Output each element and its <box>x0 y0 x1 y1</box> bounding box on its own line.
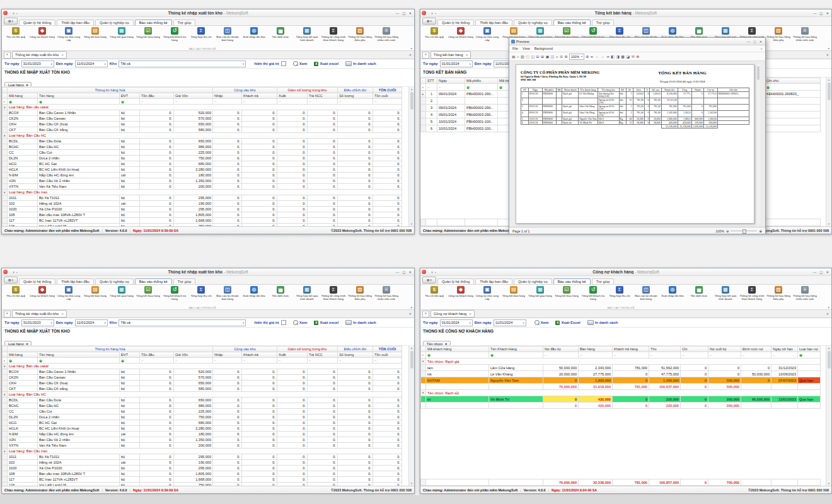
cell[interactable]: 0. <box>242 420 277 426</box>
title-bar[interactable]: ◌ ▾ ▪ Tổng kết bán hàng - MekongSoft —▢✕ <box>420 9 831 17</box>
cell[interactable]: 0 <box>543 396 579 403</box>
cell[interactable]: 650,000 <box>174 381 213 386</box>
cell[interactable]: 0. <box>373 471 402 477</box>
cell[interactable]: 0. <box>140 212 174 218</box>
table-row[interactable]: HCLKBC HC Liền Khối (in Hoa)bộ0.2,280,00… <box>3 426 402 432</box>
zoom-out-icon[interactable]: ⊖ <box>726 229 729 233</box>
cell[interactable]: 0. <box>338 477 373 483</box>
cell[interactable]: 680,000 <box>174 420 213 426</box>
cell[interactable]: 0. <box>373 420 402 426</box>
close-all-tabs-button[interactable]: ✕ <box>4 311 11 318</box>
cell[interactable]: Bàn Cầu Dola <box>38 139 120 144</box>
cell[interactable]: 0. <box>213 420 242 426</box>
cell[interactable]: 200,000 <box>174 184 213 190</box>
cell[interactable]: 0. <box>338 110 373 116</box>
cell[interactable]: 0. <box>373 426 402 432</box>
cell[interactable]: 0. <box>373 437 402 443</box>
cell[interactable]: 0. <box>308 369 338 375</box>
cell[interactable]: 0. <box>308 173 338 178</box>
export-excel-button[interactable]: XXuất Excel <box>555 321 580 325</box>
row-marker[interactable] <box>421 365 426 371</box>
cell[interactable]: bộ <box>120 156 140 161</box>
minimize-button[interactable]: — <box>813 11 817 15</box>
row-marker[interactable] <box>3 375 8 381</box>
expander-icon[interactable]: ▾ <box>3 364 8 369</box>
cell[interactable]: CKH <box>8 381 38 386</box>
from-date-input[interactable]: 01/01/2024▾ <box>440 60 473 67</box>
cell[interactable]: Lâm Cửa Hàng <box>489 365 543 371</box>
cell[interactable]: DoLa 2 nhấn <box>38 156 120 161</box>
cell[interactable]: 47,775,000 <box>649 371 681 377</box>
cell[interactable]: 0. <box>140 398 174 403</box>
cell[interactable]: 0. <box>140 161 174 167</box>
filter-add-icon[interactable]: ⊕ <box>120 358 140 364</box>
row-marker[interactable] <box>3 437 8 443</box>
cell[interactable]: 0. <box>140 471 174 477</box>
cell[interactable]: 0. <box>338 178 373 184</box>
row-marker[interactable] <box>3 420 8 426</box>
table-row[interactable]: BCHCBàn Cầu HCbộ0.980,0000.0.0.0.0.0. <box>3 403 402 409</box>
cell[interactable]: 0. <box>338 483 373 486</box>
cell[interactable]: Bàn cầu inax 108VA-L280V T <box>38 471 120 477</box>
cell[interactable]: 0 <box>543 377 579 384</box>
cell[interactable]: 4 <box>426 112 437 118</box>
cell[interactable]: 0 <box>681 403 708 409</box>
cell[interactable]: 420,000 <box>579 403 613 409</box>
cell[interactable]: 0. <box>242 201 277 207</box>
cell[interactable]: 102 <box>8 460 38 466</box>
ribbon-item[interactable]: ☑Tổng kết mua hàng <box>135 27 161 42</box>
row-marker[interactable] <box>3 156 8 161</box>
cell[interactable]: 0. <box>242 116 277 122</box>
cell[interactable]: lam <box>426 365 489 371</box>
cell[interactable]: 102 <box>8 201 38 207</box>
cell[interactable]: 781,000 <box>613 384 649 390</box>
cell[interactable] <box>798 365 821 371</box>
ribbon-item[interactable]: ▅Tồn định mức <box>267 27 294 42</box>
cell[interactable]: 0. <box>213 415 242 420</box>
cell[interactable]: 0. <box>213 201 242 207</box>
cell[interactable]: 66,000,000 <box>741 396 771 403</box>
cell[interactable]: 220,000 <box>649 403 681 409</box>
cell[interactable]: 0. <box>140 178 174 184</box>
row-marker[interactable] <box>421 219 426 226</box>
cell[interactable]: 0. <box>140 207 174 212</box>
cell[interactable]: cái <box>120 460 140 466</box>
cell[interactable]: 0 <box>681 365 708 371</box>
cell[interactable]: 0. <box>213 369 242 375</box>
cell[interactable]: 51,562,000 <box>649 365 681 371</box>
cell[interactable]: 0. <box>140 116 174 122</box>
cell[interactable]: 0. <box>213 466 242 471</box>
filter-cell[interactable]: – <box>579 352 613 358</box>
menu-overflow-icon[interactable]: ▾ <box>761 47 762 50</box>
cell[interactable]: 0. <box>140 218 174 224</box>
cell[interactable]: bộ <box>120 218 140 224</box>
row-marker[interactable] <box>3 167 8 173</box>
cell[interactable]: 0. <box>213 432 242 437</box>
cell[interactable]: Cầu Cụt <box>38 150 120 156</box>
ribbon-item[interactable]: ≡Thống kê hoa hồng nhân viên sale <box>373 286 400 301</box>
cell[interactable]: Hãng xệ 102A <box>38 460 120 466</box>
cell[interactable]: Bàn Cầu Vệ 2 nhấn <box>38 178 120 184</box>
cell[interactable]: 0. <box>338 139 373 144</box>
cell[interactable]: 13/09/2023 <box>771 371 798 377</box>
table-row[interactable]: 126Vòi LAP Lạnh126bộ0.750,0000.0.0.0.0.0… <box>3 224 402 227</box>
cell[interactable]: Bộ Xả T1011 <box>38 195 120 201</box>
table-row[interactable]: CKHBàn Cầu CK (hoa)bộ0.650,0000.0.0.0.0.… <box>3 381 402 386</box>
table-row[interactable]: 70,000,00032,338,000781,000100,857,00007… <box>421 479 821 486</box>
ribbon-item[interactable]: ≡Thống kê hoa hồng nhân viên sale <box>792 286 818 301</box>
cell[interactable]: 117 <box>8 477 38 483</box>
ribbon-item[interactable]: ☑Tổng kết mua hàng <box>135 286 161 301</box>
cell[interactable]: 0. <box>277 437 308 443</box>
cell[interactable]: 680,000 <box>174 161 213 167</box>
toolbar-icon[interactable]: ⊕ <box>586 55 589 59</box>
cell[interactable]: Vòi LAP Lạnh126 <box>38 224 120 227</box>
cell[interactable]: DoLa 2 nhấn <box>38 415 120 420</box>
cell[interactable]: 1,350,000 <box>174 178 213 184</box>
table-row[interactable]: 0420,0000220,0000200,000 <box>421 403 821 409</box>
expander-icon[interactable]: ▾ <box>421 358 426 365</box>
cell[interactable]: BCHC <box>8 403 38 409</box>
cell[interactable]: 13/01/2023 <box>771 396 798 403</box>
ribbon-collapse-icon[interactable]: ▴ <box>828 305 829 309</box>
cell[interactable]: 0. <box>277 116 308 122</box>
cell[interactable]: Bàn Cầu Dola <box>38 398 120 403</box>
